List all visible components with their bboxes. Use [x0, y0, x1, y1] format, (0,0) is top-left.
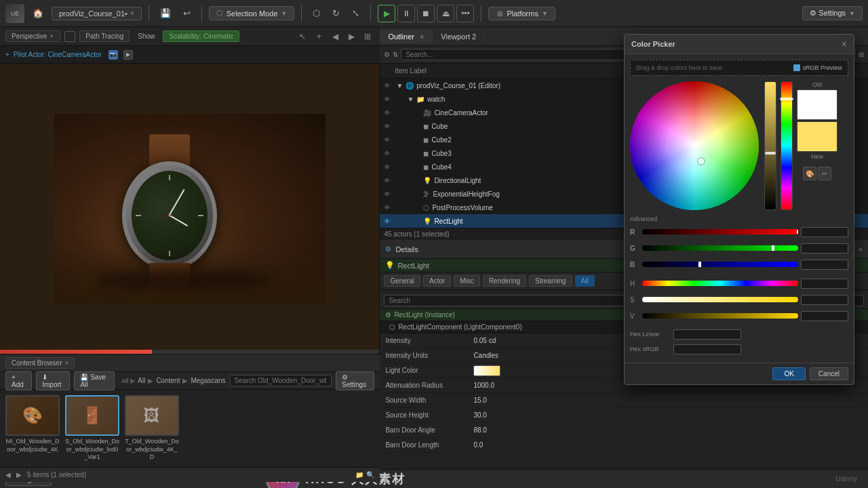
eye-icon-watch[interactable]: 👁	[384, 96, 395, 103]
eye-icon-postprocess[interactable]: 👁	[384, 204, 395, 211]
grid-icon[interactable]: ⊞	[361, 30, 374, 43]
content-item-1[interactable]: 🚪 S_Old_Wooden_Door_wbdjciudw_lod0_Var1	[65, 395, 119, 462]
eye-icon-cube[interactable]: 👁	[384, 123, 395, 130]
platforms-button[interactable]: 🖥 Platforms ▼	[488, 7, 555, 20]
content-browser-search[interactable]	[230, 375, 332, 386]
b-input[interactable]: 0.368056	[801, 260, 848, 270]
next-icon[interactable]: ▶	[344, 30, 358, 43]
transform-button[interactable]: ⬡	[309, 6, 324, 20]
path-all[interactable]: All	[138, 377, 145, 384]
content-browser-close[interactable]: ×	[64, 359, 68, 367]
more-button[interactable]: •••	[456, 5, 474, 22]
tab-rendering[interactable]: Rendering	[483, 275, 526, 287]
save-all-button[interactable]: 💾 Save All	[74, 371, 115, 390]
stop-button[interactable]: ⏹	[417, 5, 435, 22]
add-viewport-icon[interactable]: +	[312, 30, 326, 43]
eye-icon-cube4[interactable]: 👁	[384, 163, 395, 171]
eyedropper-pick[interactable]: ✏	[818, 167, 831, 180]
content-item-2[interactable]: 🖼 T_Old_Wooden_Door_wbdjciudw_4K_D	[125, 395, 179, 462]
scale-button[interactable]: ⤡	[348, 6, 363, 20]
g-bar[interactable]	[642, 245, 798, 251]
cp-drag-area[interactable]: Drag & drop colors here to save sRGB Pre…	[630, 60, 848, 76]
cb-folder-icon[interactable]: 📁	[355, 471, 363, 479]
perspective-button[interactable]: Perspective ▼	[5, 30, 60, 42]
filter-all[interactable]: All	[121, 378, 128, 384]
v-bar[interactable]	[642, 313, 798, 319]
pause-button[interactable]: ⏸	[397, 5, 415, 22]
r-bar[interactable]	[642, 229, 798, 235]
scalability-button[interactable]: Scalability: Cinematic	[163, 30, 239, 42]
import-button[interactable]: ⬇ Import	[36, 371, 70, 390]
viewport2-tab[interactable]: Viewport 2	[433, 30, 485, 43]
eye-icon-rectlight[interactable]: 👁	[384, 218, 395, 225]
prop-label-barnangle: Barn Door Angle	[385, 426, 473, 434]
eject-button[interactable]: ⏏	[437, 5, 454, 22]
expand-icon-root[interactable]: ▼	[396, 82, 403, 89]
content-browser-tab[interactable]: Content Browser ×	[5, 357, 75, 369]
s-bar[interactable]	[642, 297, 798, 302]
sort-icon[interactable]: ⇅	[393, 51, 398, 58]
b-bar[interactable]	[642, 262, 798, 267]
viewport-area[interactable]	[0, 64, 380, 354]
camera-settings-icon[interactable]: ▶	[123, 50, 133, 60]
eye-icon-camera[interactable]: 👁	[384, 109, 395, 117]
eye-icon-dirlight[interactable]: 👁	[384, 177, 395, 184]
selection-mode-button[interactable]: ⬡ Selection Mode ▼	[209, 6, 295, 20]
hex-linear-input[interactable]: FFD65EFF	[673, 329, 741, 340]
v-input[interactable]: 1.0	[801, 311, 848, 321]
r-input[interactable]: 1.0	[801, 227, 848, 237]
item-icon-postprocess: ⬡	[423, 204, 429, 211]
rotate-button[interactable]: ↻	[328, 6, 344, 20]
path-content[interactable]: Content	[156, 377, 180, 384]
tab-general[interactable]: General	[384, 275, 420, 287]
settings-button[interactable]: ⚙ Settings ▼	[802, 6, 863, 20]
cp-cancel-button[interactable]: Cancel	[810, 367, 848, 380]
tab-all[interactable]: All	[575, 275, 595, 287]
play-button[interactable]: ▶	[378, 5, 395, 22]
prop-label-color: Light Color	[385, 367, 473, 374]
expand-icon-watch[interactable]: ▼	[407, 96, 414, 103]
path-megascans[interactable]: Megascans	[191, 377, 225, 384]
cp-close-button[interactable]: ×	[842, 39, 847, 49]
path-tracing-button[interactable]: Path Tracing	[79, 30, 130, 42]
details-close[interactable]: ×	[859, 245, 863, 253]
viewport-canvas[interactable]	[0, 64, 379, 354]
h-bar[interactable]	[642, 281, 798, 286]
show-button[interactable]: Show	[134, 31, 159, 41]
cp-srgb-button[interactable]: sRGB Preview	[793, 64, 842, 71]
prev-icon[interactable]: ◀	[328, 30, 342, 43]
cp-value-slider[interactable]	[764, 81, 776, 210]
cursor-icon[interactable]: ↖	[296, 30, 309, 43]
outliner-tab-close[interactable]: ×	[420, 33, 424, 41]
wheel-canvas[interactable]	[630, 81, 759, 210]
home-button[interactable]: 🏠	[28, 6, 47, 20]
cb-settings-button[interactable]: ⚙ Settings	[336, 371, 374, 390]
undo-button[interactable]: ↩	[179, 6, 195, 20]
cp-color-wheel[interactable]	[630, 81, 759, 210]
cp-ok-button[interactable]: OK	[772, 367, 805, 380]
eye-icon-fog[interactable]: 👁	[384, 190, 395, 198]
eye-icon-cube2[interactable]: 👁	[384, 136, 395, 144]
eye-icon-cube3[interactable]: 👁	[384, 150, 395, 157]
eye-icon-root[interactable]: 👁	[384, 82, 395, 89]
tab-streaming[interactable]: Streaming	[529, 275, 572, 287]
color-swatch-light[interactable]	[473, 365, 500, 376]
outliner-options-icon[interactable]: ⊞	[859, 51, 864, 58]
advanced-toggle[interactable]: Advanced	[630, 216, 848, 222]
tab-actor[interactable]: Actor	[423, 275, 451, 287]
cp-hue-slider[interactable]	[781, 81, 793, 210]
s-input[interactable]: 0.631944	[801, 295, 848, 305]
content-item-0[interactable]: 🎨 MI_Old_Wooden_Door_wbdjciudw_4K	[5, 395, 60, 462]
eyedropper-button[interactable]: 🎨	[803, 167, 816, 180]
h-input[interactable]: 44.714943	[801, 279, 848, 289]
item-thumb-0: 🎨	[5, 395, 60, 436]
hex-srgb-input[interactable]: FFECA3FF	[673, 344, 741, 354]
cb-zoom-icon[interactable]: 🔍	[366, 471, 374, 479]
g-input[interactable]: 0.839012	[801, 243, 848, 253]
save-button[interactable]: 💾	[156, 6, 175, 20]
project-tab[interactable]: prodViz_Course_01• ×	[52, 7, 142, 20]
filter-icon[interactable]: ⚙	[384, 51, 390, 58]
add-button[interactable]: + Add	[5, 371, 32, 390]
tab-misc[interactable]: Misc	[454, 275, 480, 287]
outliner-tab[interactable]: Outliner ×	[380, 30, 433, 43]
